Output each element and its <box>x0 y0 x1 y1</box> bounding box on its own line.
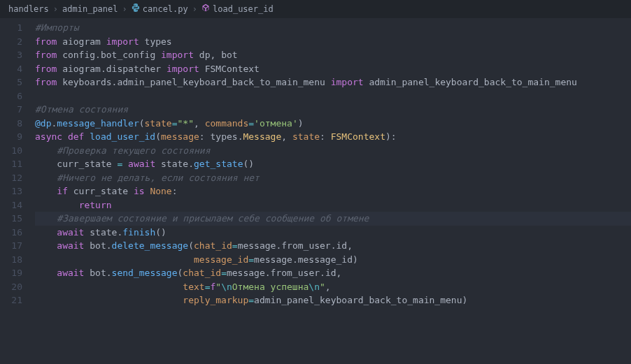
code-line[interactable]: if curr_state is None: <box>35 184 631 198</box>
code-line[interactable]: #Проверка текущего состояния <box>35 144 631 158</box>
code-line[interactable]: curr_state = await state.get_state() <box>35 157 631 171</box>
line-number: 1 <box>0 21 35 35</box>
code-line[interactable]: return <box>35 198 631 212</box>
line-number: 9 <box>0 130 35 144</box>
line-number: 2 <box>0 35 35 49</box>
breadcrumb-file[interactable]: cancel.py <box>132 3 188 15</box>
line-number: 17 <box>0 239 35 253</box>
chevron-right-icon: › <box>122 3 127 15</box>
line-number: 11 <box>0 157 35 171</box>
code-line[interactable]: #Завершаем состояние и присылаем себе со… <box>35 212 631 226</box>
python-file-icon <box>132 3 140 15</box>
code-line[interactable]: message_id=message.message_id) <box>35 253 631 267</box>
code-line[interactable]: from config.bot_config import dp, bot <box>35 48 631 62</box>
line-number-gutter: 123456789101112131415161718192021 <box>0 18 35 364</box>
code-line[interactable]: from aiogram.dispatcher import FSMContex… <box>35 62 631 76</box>
code-line[interactable]: await state.finish() <box>35 226 631 240</box>
line-number: 7 <box>0 103 35 117</box>
breadcrumb-folder[interactable]: handlers <box>8 3 49 15</box>
line-number: 6 <box>0 89 35 103</box>
line-number: 21 <box>0 293 35 307</box>
code-line[interactable]: from aiogram import types <box>35 35 631 49</box>
breadcrumb-subfolder[interactable]: admin_panel <box>62 3 118 15</box>
code-line[interactable]: await bot.delete_message(chat_id=message… <box>35 239 631 253</box>
code-content[interactable]: #Импортыfrom aiogram import typesfrom co… <box>35 18 631 364</box>
breadcrumb-subfolder-label: admin_panel <box>62 3 118 15</box>
chevron-right-icon: › <box>192 3 197 15</box>
code-line[interactable]: from keyboards.admin_panel_keyboard_back… <box>35 75 631 89</box>
line-number: 10 <box>0 144 35 158</box>
line-number: 20 <box>0 280 35 294</box>
function-symbol-icon <box>201 3 210 15</box>
code-line[interactable]: text=f"\nОтмена успешна\n", <box>35 280 631 294</box>
breadcrumb-symbol-label: load_user_id <box>213 3 274 15</box>
code-line[interactable]: #Импорты <box>35 21 631 35</box>
line-number: 3 <box>0 48 35 62</box>
code-line[interactable]: @dp.message_handler(state="*", commands=… <box>35 117 631 131</box>
breadcrumb-file-label: cancel.py <box>143 3 188 15</box>
code-line[interactable]: await bot.send_message(chat_id=message.f… <box>35 266 631 280</box>
line-number: 18 <box>0 253 35 267</box>
code-line[interactable]: reply_markup=admin_panel_keyboard_back_t… <box>35 293 631 307</box>
line-number: 19 <box>0 266 35 280</box>
code-line[interactable] <box>35 89 631 103</box>
chevron-right-icon: › <box>53 3 58 15</box>
line-number: 15 <box>0 212 35 226</box>
line-number: 12 <box>0 171 35 185</box>
code-line[interactable]: #Отмена состояния <box>35 103 631 117</box>
breadcrumb-folder-label: handlers <box>8 3 49 15</box>
breadcrumb[interactable]: handlers › admin_panel › cancel.py › loa… <box>0 0 631 18</box>
line-number: 14 <box>0 198 35 212</box>
line-number: 5 <box>0 75 35 89</box>
line-number: 4 <box>0 62 35 76</box>
line-number: 13 <box>0 184 35 198</box>
breadcrumb-symbol[interactable]: load_user_id <box>201 3 274 15</box>
code-editor[interactable]: 123456789101112131415161718192021 #Импор… <box>0 18 631 364</box>
code-line[interactable]: #Ничего не делать, если состояния нет <box>35 171 631 185</box>
line-number: 16 <box>0 226 35 240</box>
code-line[interactable]: async def load_user_id(message: types.Me… <box>35 130 631 144</box>
line-number: 8 <box>0 117 35 131</box>
